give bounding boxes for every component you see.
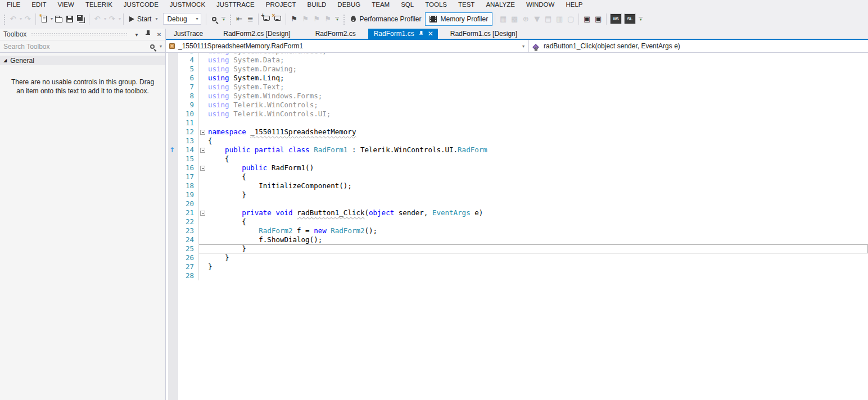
line-number[interactable]: 10: [178, 110, 198, 119]
code-line[interactable]: 18 InitializeComponent();: [166, 181, 868, 190]
close-icon[interactable]: ✕: [428, 30, 433, 37]
code-line[interactable]: 16 public RadForm1(): [166, 163, 868, 172]
line-number[interactable]: 12: [178, 128, 198, 137]
collapse-region-icon[interactable]: [200, 130, 205, 135]
menu-item-view[interactable]: VIEW: [52, 0, 80, 10]
menu-item-help[interactable]: HELP: [560, 0, 588, 10]
tab-radform2-cs-design-[interactable]: RadForm2.cs [Design]: [211, 29, 302, 39]
code-line[interactable]: 23 RadForm2 f = new RadForm2();: [166, 226, 868, 235]
code-text[interactable]: using System.Data;: [206, 56, 868, 65]
toggle-bookmark-icon[interactable]: ⚑: [288, 13, 300, 25]
window-position-icon[interactable]: ▾: [133, 31, 141, 38]
menu-item-tools[interactable]: TOOLS: [419, 0, 453, 10]
search-input[interactable]: Search Toolbox: [3, 43, 147, 51]
code-line[interactable]: 25 }: [166, 244, 868, 253]
code-text[interactable]: [206, 119, 868, 128]
collapse-region-icon[interactable]: [200, 166, 205, 171]
code-text[interactable]: using System.Linq;: [206, 74, 868, 83]
code-text[interactable]: namespace _1550111SpreadsheetMemory: [206, 128, 868, 137]
menu-item-justcode[interactable]: JUSTCODE: [118, 0, 164, 10]
start-button[interactable]: Start▾: [126, 13, 161, 25]
toolbar-overflow-icon[interactable]: ▾: [221, 17, 225, 21]
code-definition-window-icon[interactable]: ▣: [581, 13, 593, 25]
search-icon[interactable]: [150, 44, 155, 49]
code-line[interactable]: 20: [166, 199, 868, 208]
chevron-down-icon[interactable]: ▾: [522, 44, 525, 49]
code-text[interactable]: public partial class RadForm1 : Telerik.…: [206, 146, 868, 154]
code-text[interactable]: using System.Text;: [206, 83, 868, 92]
menu-item-analyze[interactable]: ANALYZE: [480, 0, 521, 10]
line-number[interactable]: 26: [178, 253, 198, 262]
toolbar-overflow-icon[interactable]: ▾: [335, 17, 339, 21]
menu-item-file[interactable]: FILE: [1, 0, 26, 10]
line-number[interactable]: 7: [178, 83, 198, 92]
code-text[interactable]: }: [206, 244, 868, 253]
fold-margin[interactable]: [198, 208, 206, 217]
menu-item-telerik[interactable]: TELERIK: [80, 0, 118, 10]
tab-radform1-cs[interactable]: RadForm1.cs✕: [368, 29, 438, 39]
iis-express-button[interactable]: IIS: [611, 14, 621, 24]
line-number[interactable]: 20: [178, 199, 198, 208]
save-icon[interactable]: [64, 13, 75, 25]
silverlight-button[interactable]: SL: [625, 14, 635, 24]
code-text[interactable]: }: [206, 262, 868, 271]
close-icon[interactable]: ✕: [155, 31, 163, 38]
pin-icon[interactable]: [419, 31, 423, 37]
memory-profiler-button[interactable]: Memory Profiler: [425, 12, 492, 26]
code-line[interactable]: 10using Telerik.WinControls.UI;: [166, 110, 868, 119]
line-number[interactable]: 21: [178, 208, 198, 217]
line-number[interactable]: 15: [178, 154, 198, 163]
fold-margin[interactable]: [198, 146, 206, 154]
code-text[interactable]: RadForm2 f = new RadForm2();: [206, 226, 868, 235]
line-number[interactable]: 8: [178, 92, 198, 101]
find-in-files-icon[interactable]: [209, 13, 220, 25]
tab-radform1-cs-design-[interactable]: RadForm1.cs [Design]: [438, 29, 530, 39]
code-line[interactable]: 13{: [166, 137, 868, 146]
code-line[interactable]: 5using System.Drawing;: [166, 65, 868, 74]
line-number[interactable]: 11: [178, 119, 198, 128]
code-line[interactable]: 21 private void radButton1_Click(object …: [166, 208, 868, 217]
line-number[interactable]: 25: [178, 244, 198, 253]
code-line[interactable]: 15 {: [166, 154, 868, 163]
code-text[interactable]: {: [206, 154, 868, 163]
code-line[interactable]: 17 {: [166, 172, 868, 181]
search-options-icon[interactable]: ▾: [160, 44, 162, 49]
toolbar-grip-handle[interactable]: [342, 13, 345, 25]
line-number[interactable]: 16: [178, 163, 198, 172]
line-number[interactable]: 23: [178, 226, 198, 235]
tab-radform2-cs[interactable]: RadForm2.cs: [303, 29, 368, 39]
code-line[interactable]: 28: [166, 271, 868, 280]
code-text[interactable]: [206, 199, 868, 208]
new-item-icon[interactable]: [38, 13, 49, 25]
menu-item-justmock[interactable]: JUSTMOCK: [164, 0, 211, 10]
line-number[interactable]: 22: [178, 217, 198, 226]
line-number[interactable]: 4: [178, 56, 198, 65]
code-text[interactable]: using Telerik.WinControls.UI;: [206, 110, 868, 119]
line-number[interactable]: 28: [178, 271, 198, 280]
document-outline-icon[interactable]: ▣: [593, 13, 604, 25]
line-number[interactable]: 13: [178, 137, 198, 146]
save-all-icon[interactable]: [75, 13, 87, 25]
code-text[interactable]: InitializeComponent();: [206, 181, 868, 190]
code-text[interactable]: public RadForm1(): [206, 163, 868, 172]
code-text[interactable]: using System.Drawing;: [206, 65, 868, 74]
view-code-icon[interactable]: ≣: [245, 13, 256, 25]
code-line[interactable]: 6using System.Linq;: [166, 74, 868, 83]
toolbox-title-bar[interactable]: Toolbox ▾ ✕: [0, 29, 165, 40]
solution-configurations-combo[interactable]: Debug▾: [163, 13, 201, 25]
code-text[interactable]: {: [206, 217, 868, 226]
code-line[interactable]: 26 }: [166, 253, 868, 262]
line-number[interactable]: 5: [178, 65, 198, 74]
menu-item-edit[interactable]: EDIT: [26, 0, 52, 10]
line-number[interactable]: 17: [178, 172, 198, 181]
toolbox-search[interactable]: Search Toolbox ▾: [0, 40, 165, 53]
code-line[interactable]: 12namespace _1550111SpreadsheetMemory: [166, 128, 868, 137]
code-line[interactable]: 22 {: [166, 217, 868, 226]
code-text[interactable]: f.ShowDialog();: [206, 235, 868, 244]
code-line[interactable]: ↑14 public partial class RadForm1 : Tele…: [166, 146, 868, 154]
code-text[interactable]: {: [206, 137, 868, 146]
code-line[interactable]: 11: [166, 119, 868, 128]
code-line[interactable]: 19 }: [166, 190, 868, 199]
sync-with-active-document-icon[interactable]: ⇤: [233, 13, 245, 25]
pin-icon[interactable]: [144, 30, 152, 38]
